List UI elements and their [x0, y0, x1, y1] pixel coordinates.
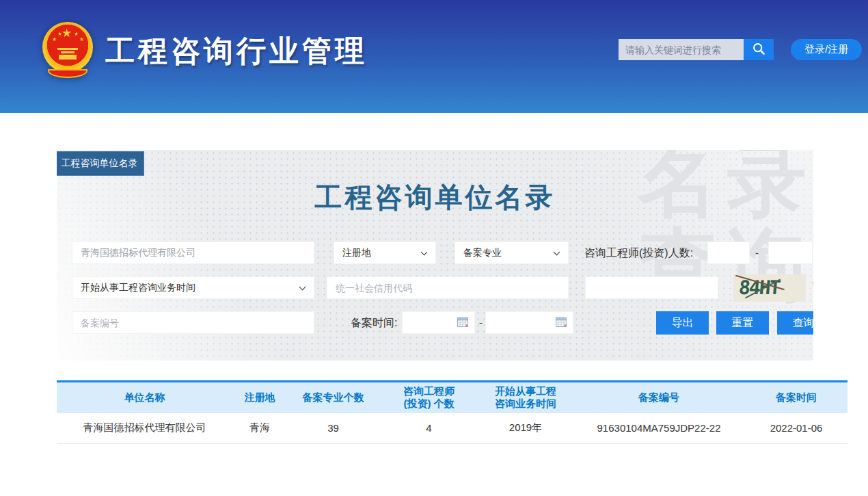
captcha-image[interactable]: 84HT — [733, 274, 806, 302]
col-record-number: 备案编号 — [573, 382, 745, 413]
col-unit-name: 单位名称 — [57, 382, 232, 413]
calendar-icon — [457, 317, 468, 329]
login-register-button[interactable]: 登录/注册 — [791, 39, 862, 60]
record-time-end-datepicker[interactable] — [485, 311, 573, 334]
cell-start-time: 2019年 — [478, 413, 573, 444]
registration-place-select[interactable]: 注册地 — [334, 242, 436, 264]
captcha-input[interactable] — [585, 276, 718, 299]
credit-code-input[interactable] — [327, 276, 569, 299]
cell-engineer-count: 4 — [379, 413, 478, 444]
chevron-down-icon — [554, 249, 560, 256]
reset-button[interactable]: 重置 — [716, 311, 769, 335]
col-registration-place: 注册地 — [232, 382, 287, 413]
query-panel: 名录 查询 工程咨询单位名录 工程咨询单位名录 注册地 备案专业 咨询工程师(投… — [57, 150, 813, 361]
range-dash: - — [755, 242, 759, 264]
site-header: 工程咨询行业管理 登录/注册 — [0, 0, 868, 113]
cell-unit-name: 青海国德招标代理有限公司 — [57, 413, 232, 444]
site-title: 工程咨询行业管理 — [105, 31, 368, 71]
registration-place-value: 注册地 — [342, 247, 371, 259]
search-input[interactable] — [619, 39, 744, 60]
chevron-down-icon — [299, 284, 306, 291]
record-specialty-value: 备案专业 — [463, 247, 502, 259]
page-title: 工程咨询单位名录 — [57, 179, 813, 216]
calendar-icon — [556, 317, 567, 329]
results-table: 单位名称 注册地 备案专业个数 咨询工程师 (投资) 个数 开始从事工程 咨询业… — [57, 380, 847, 444]
captcha-text: 84HT — [738, 276, 781, 299]
engineer-count-min-input[interactable] — [707, 242, 750, 264]
national-emblem-icon — [41, 22, 94, 78]
query-button[interactable]: 查询 — [777, 311, 813, 335]
required-mark: * — [813, 280, 813, 292]
start-business-time-value: 开始从事工程咨询业务时间 — [81, 282, 195, 294]
chevron-down-icon — [421, 249, 428, 256]
cell-specialty-count: 39 — [287, 413, 379, 444]
record-time-start-datepicker[interactable] — [402, 311, 475, 334]
col-engineer-count: 咨询工程师 (投资) 个数 — [379, 382, 478, 413]
search-button[interactable] — [744, 39, 774, 60]
cell-registration-place: 青海 — [232, 413, 287, 444]
cell-record-time: 2022-01-06 — [745, 413, 847, 444]
export-button[interactable]: 导出 — [656, 311, 709, 335]
date-range-dash: - — [479, 311, 483, 334]
cell-record-number: 91630104MA759JDP22-22 — [573, 413, 745, 444]
header-search — [619, 39, 774, 60]
record-time-label: 备案时间: — [351, 311, 397, 334]
start-business-time-select[interactable]: 开始从事工程咨询业务时间 — [72, 276, 314, 299]
engineer-count-max-input[interactable] — [768, 242, 813, 264]
record-specialty-select[interactable]: 备案专业 — [455, 242, 569, 264]
tab-unit-directory[interactable]: 工程咨询单位名录 — [57, 151, 144, 176]
record-number-input[interactable] — [72, 311, 314, 334]
col-record-time: 备案时间 — [745, 382, 847, 413]
col-start-time: 开始从事工程 咨询业务时间 — [478, 382, 573, 413]
engineer-count-label: 咨询工程师(投资)人数: — [584, 242, 693, 264]
table-header-row: 单位名称 注册地 备案专业个数 咨询工程师 (投资) 个数 开始从事工程 咨询业… — [57, 382, 847, 413]
search-icon — [752, 42, 766, 58]
table-row[interactable]: 青海国德招标代理有限公司 青海 39 4 2019年 91630104MA759… — [57, 413, 847, 444]
col-specialty-count: 备案专业个数 — [287, 382, 379, 413]
company-name-input[interactable] — [72, 242, 314, 264]
